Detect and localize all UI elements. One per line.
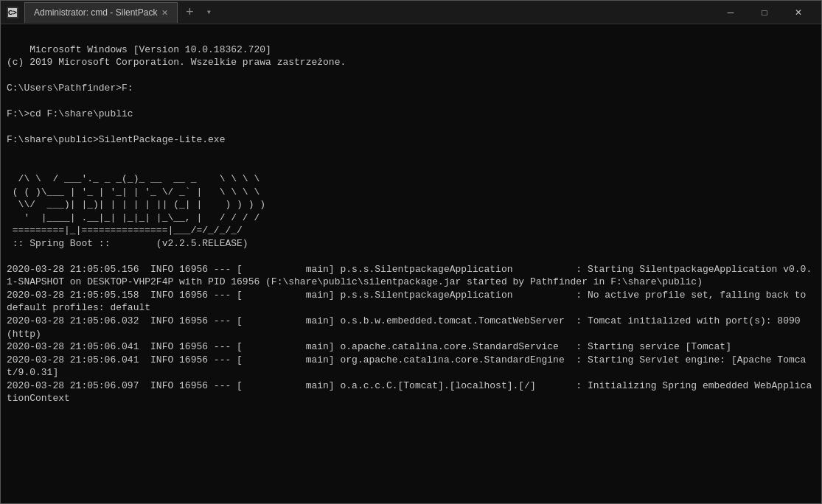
tab-dropdown-button[interactable]: ▾ xyxy=(200,4,217,21)
close-button[interactable]: ✕ xyxy=(781,1,815,24)
minimize-button[interactable]: ─ xyxy=(714,1,748,24)
console-output: Microsoft Windows [Version 10.0.18362.72… xyxy=(1,24,821,503)
maximize-button[interactable]: □ xyxy=(748,1,781,24)
tab-label: Administrator: cmd - SilentPack xyxy=(34,7,157,18)
console-text: Microsoft Windows [Version 10.0.18362.72… xyxy=(7,44,812,405)
app-icon: C> xyxy=(7,7,18,18)
window: C> Administrator: cmd - SilentPack ✕ + ▾… xyxy=(0,0,822,504)
titlebar-tabs: Administrator: cmd - SilentPack ✕ + ▾ xyxy=(24,2,714,23)
tab-close-icon[interactable]: ✕ xyxy=(161,8,168,18)
window-controls: ─ □ ✕ xyxy=(714,1,815,24)
titlebar: C> Administrator: cmd - SilentPack ✕ + ▾… xyxy=(1,1,821,24)
app-icon-inner: C> xyxy=(8,8,17,17)
active-tab[interactable]: Administrator: cmd - SilentPack ✕ xyxy=(24,2,178,23)
new-tab-button[interactable]: + xyxy=(179,2,200,23)
